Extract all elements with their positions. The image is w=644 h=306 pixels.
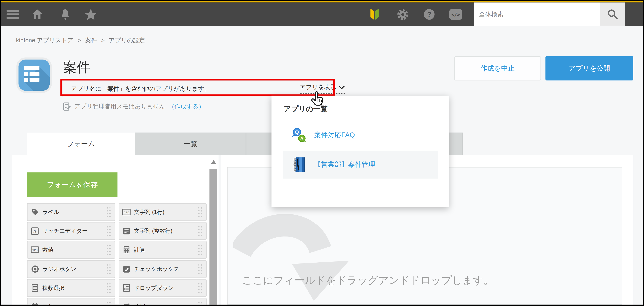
label-tag-icon — [31, 208, 39, 216]
palette-field-label[interactable]: ラベル — [27, 203, 115, 221]
date-icon — [31, 303, 39, 305]
svg-text:ABC: ABC — [124, 211, 130, 214]
breadcrumb-link-app[interactable]: 案件 — [85, 37, 97, 43]
app-link-label: 【営業部】案件管理 — [314, 160, 375, 169]
palette-field-radio[interactable]: ラジオボタン — [27, 260, 115, 278]
palette-field-text-multi[interactable]: 文字列 (複数行) — [119, 222, 206, 240]
tab-form[interactable]: フォーム — [27, 133, 135, 155]
drag-handle — [198, 244, 203, 256]
palette-field-dropdown[interactable]: ドロップダウン — [119, 279, 206, 297]
drag-handle — [198, 225, 203, 237]
code-icon: </> — [449, 9, 462, 20]
scroll-up-button[interactable] — [211, 160, 216, 164]
calc-icon — [122, 246, 130, 254]
svg-text:</>: </> — [451, 12, 460, 17]
chevron-down-icon — [338, 85, 345, 89]
notice-text: アプリ名に「案件」を含む他のアプリがあります。 — [62, 85, 210, 93]
settings-button[interactable] — [396, 8, 409, 21]
top-accent-bar — [1, 1, 643, 2]
drag-handle — [106, 206, 111, 218]
global-header: ? </> — [1, 2, 643, 26]
drag-handle — [198, 282, 203, 294]
save-form-button[interactable]: フォームを保存 — [27, 172, 118, 197]
svg-text:A: A — [33, 229, 36, 234]
beginner-mark-icon — [369, 8, 380, 21]
app-icon — [16, 57, 52, 93]
search-magnifier-icon — [607, 9, 618, 20]
drop-hint-text: ここにフィールドをドラッグアンドドロップします。 — [242, 274, 494, 287]
favorites-button[interactable] — [84, 8, 98, 21]
cancel-button[interactable]: 作成を中止 — [454, 56, 541, 80]
multiselect-icon — [31, 284, 39, 292]
rich-editor-icon: A — [31, 227, 39, 235]
bell-icon — [60, 8, 70, 20]
drag-handle — [106, 263, 111, 275]
help-button[interactable]: ? — [423, 8, 436, 20]
number-icon: 123 — [31, 246, 39, 254]
palette-field-number[interactable]: 123 数値 — [27, 241, 115, 259]
gear-icon — [396, 8, 409, 21]
breadcrumb-current: アプリの設定 — [109, 37, 145, 43]
svg-text:123: 123 — [32, 248, 38, 252]
duplicate-name-notice: アプリ名に「案件」を含む他のアプリがあります。 アプリを表示 — [62, 80, 334, 97]
home-button[interactable] — [31, 8, 44, 20]
text-single-icon: ABC — [122, 208, 130, 216]
svg-text:A: A — [300, 136, 304, 141]
palette-field-date[interactable]: 日付 — [27, 298, 115, 305]
time-icon — [122, 303, 130, 305]
drag-handle — [198, 206, 203, 218]
publish-app-button[interactable]: アプリを公開 — [546, 56, 633, 80]
dropdown-icon — [122, 284, 130, 292]
apps-popup: アプリの一覧 Q A 案件対応FAQ — [272, 96, 449, 207]
palette-field-time[interactable]: 時刻 — [119, 298, 206, 305]
beginner-guide-button[interactable] — [369, 7, 380, 21]
scrollbar-thumb[interactable] — [210, 169, 217, 305]
drag-handle — [106, 282, 111, 294]
hamburger-menu-button[interactable] — [6, 9, 20, 19]
app-link-label: 案件対応FAQ — [314, 130, 355, 140]
page-content: kintone アプリストア>案件>アプリの設定 案件 アプリ名に「案件」を含む… — [1, 26, 643, 305]
home-icon — [32, 9, 43, 20]
radio-icon — [31, 265, 39, 273]
checkbox-icon — [122, 265, 130, 273]
notice-app-name: 案件 — [107, 85, 119, 92]
admin-memo-row: アプリ管理者用メモはありません （作成する） — [63, 102, 204, 111]
palette-field-rich-editor[interactable]: A リッチエディター — [27, 222, 115, 240]
breadcrumb-link-appstore[interactable]: kintone アプリストア — [16, 37, 73, 43]
star-icon — [84, 8, 97, 20]
palette-field-checkbox[interactable]: チェックボックス — [119, 260, 206, 278]
palette-scrollbar — [208, 155, 218, 305]
drag-handle — [198, 301, 203, 305]
apps-popup-item-sales[interactable]: 【営業部】案件管理 — [283, 151, 438, 179]
breadcrumb-separator: > — [101, 37, 105, 43]
text-multi-icon — [122, 227, 130, 235]
drag-handle — [106, 301, 111, 305]
svg-text:Q: Q — [295, 129, 299, 135]
global-search-input[interactable] — [474, 2, 600, 26]
hamburger-icon — [6, 10, 19, 19]
hand-cursor-icon — [310, 90, 324, 109]
qa-app-icon: Q A — [291, 127, 307, 143]
memo-edit-icon — [63, 102, 71, 111]
memo-create-link[interactable]: （作成する） — [168, 103, 204, 110]
search-button[interactable] — [600, 2, 625, 26]
breadcrumb: kintone アプリストア>案件>アプリの設定 — [16, 36, 145, 44]
apps-popup-item-faq[interactable]: Q A 案件対応FAQ — [283, 121, 438, 149]
memo-text: アプリ管理者用メモはありません — [74, 103, 165, 110]
breadcrumb-separator: > — [78, 37, 81, 43]
notifications-button[interactable] — [59, 8, 72, 21]
kintone-app-settings-screen: ? </> kintone アプリストア>案件>アプリの設定 — [0, 0, 644, 306]
svg-text:?: ? — [427, 10, 432, 18]
help-icon: ? — [424, 9, 435, 20]
page-title: 案件 — [63, 58, 90, 77]
drag-handle — [106, 225, 111, 237]
palette-field-calc[interactable]: 計算 — [119, 241, 206, 259]
palette-field-text-single[interactable]: ABC 文字列 (1行) — [119, 203, 206, 221]
palette-field-multiselect[interactable]: 複数選択 — [27, 279, 115, 297]
notebook-app-icon — [291, 156, 307, 173]
drag-handle — [198, 263, 203, 275]
drag-handle — [106, 244, 111, 256]
developer-tools-button[interactable]: </> — [448, 9, 462, 20]
tab-list[interactable]: 一覧 — [135, 133, 246, 155]
